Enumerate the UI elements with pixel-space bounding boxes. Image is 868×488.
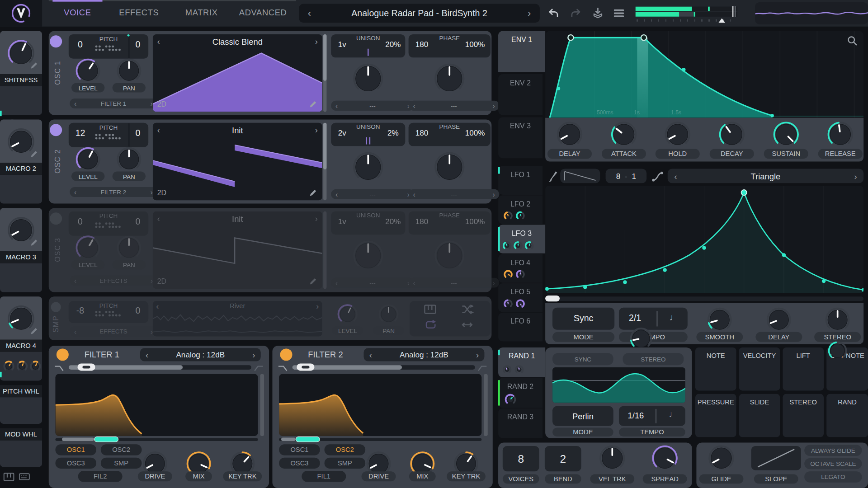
lfo4-mini-knob-1[interactable]	[501, 268, 514, 281]
osc2-wavetable-next-icon[interactable]: ›	[315, 126, 318, 134]
osc2-unison-voices[interactable]: 2v	[335, 128, 350, 137]
smp-routing-selector[interactable]: ‹EFFECTS›	[70, 326, 157, 336]
tab-advanced[interactable]: ADVANCED	[235, 8, 290, 17]
spread-knob[interactable]	[650, 443, 680, 473]
lfo-stereo-knob[interactable]	[823, 305, 852, 334]
osc3-edit-wave-pencil-icon[interactable]	[309, 277, 318, 286]
mod-source-rand[interactable]: RAND	[826, 394, 868, 437]
osc2-phase-knob[interactable]	[432, 150, 467, 184]
tab-env2[interactable]: ENV 2	[498, 74, 542, 115]
lfo3-display[interactable]	[545, 186, 863, 293]
filter1-response-display[interactable]	[55, 374, 258, 436]
smp-sample-next-icon[interactable]: ›	[316, 302, 319, 310]
filter2-cutoff-slider[interactable]	[292, 365, 475, 370]
osc3-keytrack-icon[interactable]	[95, 222, 121, 228]
osc3-unison-voices[interactable]: 1v	[335, 217, 350, 226]
osc3-wavetable-prev-icon[interactable]: ‹	[157, 214, 160, 222]
rand-tempo-note-icon[interactable]: ♩	[669, 409, 678, 419]
osc1-transpose-value[interactable]: 0	[72, 40, 89, 50]
lfo-smooth-knob[interactable]	[705, 305, 734, 334]
filter2-response-display[interactable]	[279, 374, 481, 436]
filter2-input-fil1[interactable]: FIL1	[302, 471, 346, 482]
osc2-dest-a-selector[interactable]: ‹---›	[331, 189, 414, 199]
pitch-wheel[interactable]	[0, 397, 42, 424]
smp-transpose-value[interactable]: -8	[71, 306, 90, 316]
redo-button[interactable]	[570, 8, 582, 19]
lfo2-mini-knob-2[interactable]	[514, 209, 527, 222]
filter2-model-selector[interactable]: ‹ Analog : 12dB ›	[363, 348, 484, 361]
tab-matrix[interactable]: MATRIX	[177, 8, 226, 17]
filter2-enable-toggle[interactable]	[280, 348, 292, 361]
voices-value-box[interactable]: 8	[503, 446, 539, 471]
tab-rand3[interactable]: RAND 3	[498, 408, 542, 438]
osc1-phase-value[interactable]: 180	[412, 40, 432, 49]
lfo-shape-selector[interactable]: ‹ Triangle ›	[668, 169, 863, 183]
filter1-blend-handle[interactable]	[77, 363, 95, 371]
osc1-unison-knob[interactable]	[351, 61, 385, 96]
mod-source-lift[interactable]: LIFT	[783, 347, 824, 391]
preset-name[interactable]: Analogue Radar Pad - BirdSynth 2	[311, 8, 528, 18]
rand-mode-dropdown[interactable]: Perlin	[552, 406, 613, 426]
osc1-tune-value[interactable]: 0	[130, 40, 146, 50]
filter1-input-osc1[interactable]: OSC1	[55, 444, 96, 455]
osc3-dest-b-selector[interactable]: ‹---›	[409, 278, 500, 288]
tab-lfo1[interactable]: LFO 1	[498, 166, 542, 195]
tab-effects[interactable]: EFFECTS	[113, 8, 165, 17]
osc2-routing-selector[interactable]: ‹FILTER 2›	[70, 187, 157, 197]
tab-env3[interactable]: ENV 3	[498, 117, 542, 159]
osc3-wavetable-display[interactable]: ‹ › Init 2D	[153, 211, 322, 289]
smp-bounce-icon[interactable]	[461, 321, 474, 328]
env-delay-knob[interactable]	[555, 119, 585, 149]
osc3-level-knob[interactable]	[74, 234, 103, 263]
osc2-phase-value[interactable]: 180	[412, 128, 432, 137]
smp-keyboard-mode-icon[interactable]	[424, 304, 436, 314]
output-level-meter[interactable]	[636, 6, 737, 23]
osc1-routing-selector[interactable]: ‹FILTER 1›	[70, 99, 157, 108]
macro3-edit-pencil-icon[interactable]	[30, 238, 39, 247]
filter1-cutoff-slider[interactable]	[69, 365, 251, 370]
osc1-pan-knob[interactable]	[114, 56, 143, 85]
macro1-edit-pencil-icon[interactable]	[30, 61, 39, 70]
filter1-input-smp[interactable]: SMP	[101, 458, 142, 469]
env-sustain-knob[interactable]	[771, 119, 801, 149]
filter2-input-osc1[interactable]: OSC1	[279, 444, 320, 455]
osc3-phase-rand[interactable]: 100%	[463, 217, 487, 226]
tab-lfo6[interactable]: LFO 6	[498, 313, 542, 342]
bend-value-box[interactable]: 2	[545, 446, 581, 471]
lfo-phase-handle[interactable]	[545, 296, 560, 301]
glide-slope-display[interactable]	[751, 446, 801, 470]
legato-button[interactable]: LEGATO	[804, 471, 862, 482]
rand-tempo-value[interactable]: 1/16	[628, 411, 644, 420]
volume-handle[interactable]	[732, 6, 733, 17]
osc1-wavetable-prev-icon[interactable]: ‹	[157, 37, 160, 45]
filter1-mix-handle[interactable]	[94, 436, 118, 442]
octave-scale-button[interactable]: OCTAVE SCALE	[804, 458, 862, 469]
always-glide-button[interactable]: ALWAYS GLIDE	[804, 445, 862, 455]
osc1-unison-voices[interactable]: 1v	[335, 40, 350, 49]
osc2-transpose-value[interactable]: 12	[72, 128, 89, 138]
rand-stereo-button[interactable]: STEREO	[623, 353, 684, 365]
osc2-tune-value[interactable]: 0	[130, 128, 146, 138]
smp-tune-value[interactable]: 0	[130, 306, 146, 316]
preset-next-icon[interactable]: ›	[528, 8, 531, 18]
lfo4-mini-knob-2[interactable]	[514, 268, 527, 281]
filter2-input-smp[interactable]: SMP	[325, 458, 366, 469]
smp-keytrack-icon[interactable]	[95, 311, 121, 316]
osc3-unison-knob[interactable]	[351, 239, 385, 273]
rand1-mini-knob-1[interactable]	[500, 363, 514, 376]
smp-loop-icon[interactable]	[424, 320, 437, 330]
rand1-mini-knob-2[interactable]	[513, 363, 526, 376]
tab-env1[interactable]: ENV 1	[498, 31, 545, 72]
filter1-model-next-icon[interactable]: ›	[252, 351, 255, 359]
lfo-mode-dropdown[interactable]: Sync	[552, 308, 614, 330]
env-decay-knob[interactable]	[717, 119, 747, 149]
filter2-input-osc2[interactable]: OSC2	[325, 444, 366, 455]
rand-sync-button[interactable]: SYNC	[552, 353, 613, 365]
osc3-phase-value[interactable]: 180	[412, 217, 432, 226]
filter1-input-osc3[interactable]: OSC3	[55, 458, 96, 469]
smp-level-knob[interactable]	[335, 302, 360, 327]
mod-wheel[interactable]	[0, 441, 42, 467]
osc1-wavetable-next-icon[interactable]: ›	[315, 37, 318, 45]
osc2-unison-detune[interactable]: 2%	[383, 128, 403, 137]
env-hold-knob[interactable]	[663, 119, 693, 149]
